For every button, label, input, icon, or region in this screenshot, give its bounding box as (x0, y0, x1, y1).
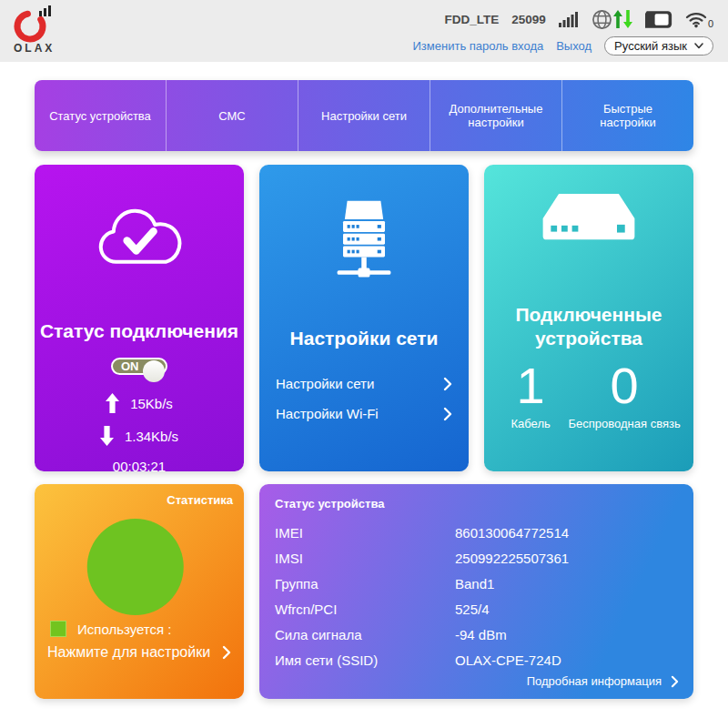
header: OLAX FDD_LTE 25099 (0, 0, 728, 62)
row-label: Имя сети (SSID) (275, 652, 455, 668)
olax-logo-icon (11, 4, 75, 44)
action-label: Нажмите для настройки (47, 644, 210, 661)
download-arrow-icon (100, 426, 114, 446)
connection-toggle[interactable]: ON (111, 358, 167, 375)
statistics-card: Статистика Используется : Нажмите для на… (35, 484, 244, 699)
logout-link[interactable]: Выход (556, 39, 592, 53)
change-password-link[interactable]: Изменить пароль входа (413, 39, 544, 53)
tab-label: Настройки сети (321, 109, 407, 123)
table-row: IMEI 860130064772514 (275, 520, 678, 545)
legend-used-swatch (50, 621, 66, 637)
upload-arrow-icon (106, 393, 119, 413)
signal-bars-icon (559, 11, 579, 27)
network-settings-link[interactable]: Настройки сети (276, 369, 452, 399)
network-settings-card: Настройки сети Настройки сети Настройки … (259, 165, 469, 471)
link-label: Настройки сети (276, 376, 374, 391)
status-bar: FDD_LTE 25099 (445, 7, 713, 31)
device-status-table: IMEI 860130064772514 IMSI 25099222550736… (259, 511, 693, 672)
cloud-check-icon (88, 203, 190, 272)
tab-label: Дополнительные настройки (443, 102, 549, 129)
tab-sms[interactable]: СМС (167, 80, 298, 151)
row-value: 250992225507361 (455, 551, 678, 566)
connected-devices-card[interactable]: Подключенные устройства 1 Кабель 0 Беспр… (484, 165, 693, 471)
tab-quick-settings[interactable]: Быстрые настройки (562, 80, 693, 151)
tab-device-status[interactable]: Статус устройства (35, 80, 167, 151)
chevron-right-icon (443, 407, 452, 421)
row-value: 860130064772514 (455, 525, 678, 541)
row-label: Сила сигнала (275, 627, 455, 642)
wireless-label: Беспроводная связь (566, 417, 682, 430)
row-label: IMEI (275, 525, 455, 541)
router-icon (535, 192, 642, 248)
toggle-on-label: ON (121, 359, 139, 373)
row-value: Band1 (455, 576, 678, 592)
server-icon (322, 197, 406, 285)
table-row: Сила сигнала -94 dBm (275, 622, 678, 647)
table-row: Wfrcn/PCI 525/4 (275, 596, 678, 622)
cell-value: 25099 (511, 13, 546, 26)
network-type: FDD_LTE (445, 13, 500, 26)
chevron-right-icon (671, 675, 679, 688)
upload-traffic-arrow-icon (613, 9, 622, 29)
chevron-right-icon (222, 645, 231, 660)
toggle-knob (143, 360, 165, 382)
connection-status-card: Статус подключения ON 15Kb/s 1.34Kb/s 00… (35, 165, 244, 471)
connection-card-title: Статус подключения (40, 319, 238, 343)
row-value: 525/4 (455, 602, 678, 617)
table-row: IMSI 250992225507361 (275, 545, 678, 571)
chevron-down-icon (694, 43, 703, 49)
devices-card-title: Подключенные устройства (484, 303, 693, 351)
brand-name: OLAX (14, 42, 75, 55)
row-label: Группа (275, 576, 455, 592)
language-select[interactable]: Русский язык (604, 36, 713, 56)
download-speed: 1.34Kb/s (125, 429, 178, 444)
download-traffic-arrow-icon (623, 9, 632, 29)
legend-used-label: Используется : (77, 622, 172, 637)
connection-uptime: 00:03:21 (113, 459, 166, 474)
globe-icon (592, 9, 612, 30)
row-value: -94 dBm (455, 627, 678, 642)
brand-logo: OLAX (11, 4, 75, 55)
wireless-device-count: 0 (566, 357, 682, 415)
page: OLAX FDD_LTE 25099 (0, 0, 728, 728)
row-value: OLAX-CPE-724D (455, 652, 678, 668)
detail-link-label: Подробная информация (527, 674, 662, 688)
row-label: Wfrcn/PCI (275, 602, 455, 617)
network-card-title: Настройки сети (290, 327, 439, 350)
usage-pie-chart (87, 519, 184, 615)
chevron-right-icon (443, 377, 452, 391)
wifi-icon (685, 10, 707, 28)
cable-device-count: 1 (495, 357, 566, 415)
tab-advanced-settings[interactable]: Дополнительные настройки (430, 80, 562, 151)
statistics-title: Статистика (167, 493, 233, 507)
cable-label: Кабель (495, 417, 566, 430)
main-nav: Статус устройства СМС Настройки сети Доп… (35, 80, 693, 151)
device-status-card: Статус устройства IMEI 860130064772514 I… (259, 484, 693, 699)
configure-statistics-link[interactable]: Нажмите для настройки (47, 644, 231, 661)
link-label: Настройки Wi-Fi (276, 406, 379, 421)
tab-label: Статус устройства (49, 109, 151, 123)
detailed-info-link[interactable]: Подробная информация (527, 674, 679, 688)
upload-speed: 15Kb/s (130, 396, 173, 411)
tab-label: СМС (218, 109, 245, 123)
language-selected-value: Русский язык (614, 39, 687, 53)
row-label: IMSI (275, 551, 455, 566)
table-row: Группа Band1 (275, 571, 678, 596)
wifi-settings-link[interactable]: Настройки Wi-Fi (276, 399, 452, 429)
device-status-title: Статус устройства (259, 484, 693, 511)
tab-label: Быстрые настройки (575, 102, 681, 129)
sim-card-icon (645, 10, 672, 29)
table-row: Имя сети (SSID) OLAX-CPE-724D (275, 647, 678, 672)
wifi-client-count: 0 (708, 19, 713, 28)
tab-network-settings[interactable]: Настройки сети (298, 80, 430, 151)
